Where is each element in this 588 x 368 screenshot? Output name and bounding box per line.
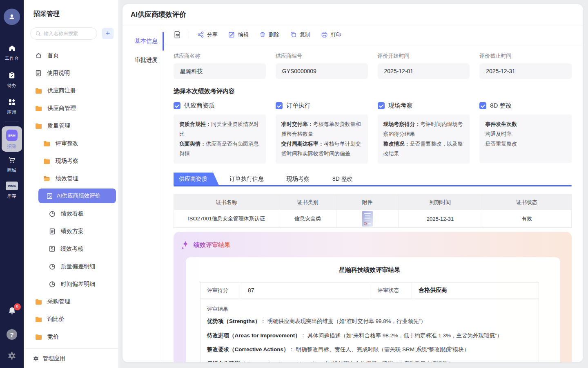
review-line-cooperation: 后续合作建议（Cooperation Suggestions）： 如“维持现有合… <box>207 359 531 363</box>
add-button[interactable]: + <box>102 28 114 39</box>
checkbox-8d[interactable] <box>479 102 486 109</box>
tab-approval-progress[interactable]: 审批进度 <box>122 51 163 70</box>
edit-button[interactable]: 编辑 <box>228 31 249 38</box>
document-icon <box>49 228 56 235</box>
page-title: AI供应商绩效评价 <box>131 10 186 19</box>
review-section-title: 绩效评审结果 <box>194 241 230 249</box>
sidebar-item-instructions[interactable]: 使用说明 <box>24 64 118 82</box>
main-panel: AI供应商绩效评价 基本信息 审批进度 分享 编辑 <box>122 4 583 362</box>
sidebar-item-supplier-register[interactable]: 供应商注册 <box>24 82 118 99</box>
sidebar-item-purchase-manage[interactable]: 采购管理 <box>24 293 118 310</box>
folder-icon <box>35 88 42 94</box>
gear-small-icon <box>33 355 39 362</box>
rail-item-todo[interactable]: 待办 <box>0 71 24 89</box>
assess-card-order: 订单执行 准时交付率：考核每单发货数量和质检合格数量 交付周期达标率：考核每单计… <box>276 102 368 164</box>
copy-icon <box>290 31 297 38</box>
sidebar-item-supplier-manage[interactable]: 供应商管理 <box>24 99 118 117</box>
srm-badge-icon: SRM <box>6 130 18 141</box>
tab-site-visit[interactable]: 现场考察 <box>277 173 322 185</box>
sidebar-item-review-rectify[interactable]: 评审整改 <box>24 135 118 152</box>
cert-category: 信息安全类 <box>279 210 336 228</box>
share-icon <box>197 31 204 38</box>
share-button[interactable]: 分享 <box>197 31 218 38</box>
tab-basic-info[interactable]: 基本信息 <box>122 32 163 51</box>
tab-8d-rectify[interactable]: 8D 整改 <box>323 173 365 185</box>
review-line-improvement: 待改进项（Areas for Improvement）： 具体问题描述（如“来料… <box>207 330 531 341</box>
document-icon <box>35 70 42 76</box>
assess-card-qualification: 供应商资质 资质合规性：同类企业资质情况对比 负面舆情：供应商是否有负面消息舆情 <box>174 102 266 164</box>
rail-divider <box>5 121 19 121</box>
rail-item-inventory[interactable]: WMS 库存 <box>0 182 24 199</box>
score-label: 评审得分 <box>200 283 241 298</box>
sidebar-item-rfq[interactable]: 询比价 <box>24 310 118 328</box>
sidebar-item-site-visit[interactable]: 现场考察 <box>24 152 118 170</box>
sidebar-item-performance-board[interactable]: 绩效看板 <box>24 205 118 222</box>
search-input[interactable]: 输入名称来搜索 <box>30 27 97 40</box>
supplier-name-input[interactable]: 星瀚科技 <box>174 63 266 79</box>
folder-icon <box>35 299 42 305</box>
tab-supplier-qualification[interactable]: 供应商资质 <box>174 173 219 185</box>
app-rail: 工作台 待办 应用 SRM 招采 商城 WMS 库存 9 <box>0 0 24 368</box>
delete-button[interactable]: 删除 <box>259 31 279 38</box>
review-card: 星瀚科技绩效评审结果 评审得分 87 评审状态 合格供应商 评审结果 优势项（S… <box>186 257 560 362</box>
folder-icon <box>35 316 42 322</box>
assess-card-8d: 8D 整改 事件发生次数 沟通及时率 是否重复整改 <box>479 102 572 164</box>
assess-card-site-visit: 现场考察 现场考察得分：考评时间内现场考察的得分结果 整改情况：是否需要整改，以… <box>378 102 470 164</box>
rail-item-help[interactable]: ? <box>0 329 24 340</box>
avatar[interactable] <box>4 9 20 25</box>
result-label: 评审结果 <box>207 305 531 313</box>
table-row: ISO27001信息安全管理体系认证 信息安全类 2025-12-31 有效 <box>174 210 572 228</box>
cart-icon <box>8 156 16 164</box>
printer-icon <box>321 31 328 38</box>
sidebar-item-time-deviation[interactable]: 时间偏差明细 <box>24 275 118 293</box>
checkbox-site-visit[interactable] <box>378 102 385 109</box>
eval-end-input[interactable]: 2025-12-31 <box>479 63 572 79</box>
rail-item-notifications[interactable]: 9 <box>0 306 24 316</box>
copy-button[interactable]: 复制 <box>290 31 310 38</box>
certificate-thumbnail[interactable] <box>362 211 373 227</box>
supplier-code-input[interactable]: GYS0000009 <box>276 63 368 79</box>
toolbar-divider <box>189 31 189 39</box>
sidebar-item-performance-assess[interactable]: 绩效考核 <box>24 240 118 258</box>
folder-open-icon <box>43 176 50 182</box>
tab-underline <box>174 185 572 186</box>
module-sidebar: 招采管理 输入名称来搜索 + 首页 使用说明 供应商注册 供应商管理 质 <box>24 0 118 368</box>
home-icon <box>8 44 16 52</box>
search-icon <box>35 31 41 37</box>
status-label: 评审状态 <box>371 283 412 298</box>
detail-side-tabs: 基本信息 审批进度 <box>122 25 163 362</box>
cert-attachment <box>336 210 399 228</box>
rail-item-settings[interactable] <box>0 351 24 361</box>
tab-order-execution[interactable]: 订单执行信息 <box>220 173 276 185</box>
print-button[interactable]: 打印 <box>321 31 341 38</box>
table-header-row: 证书名称 证书类别 附件 到期时间 证书状态 <box>174 195 572 210</box>
preview-document-icon[interactable] <box>174 31 181 38</box>
cert-expiry: 2025-12-31 <box>399 210 482 228</box>
folder-icon <box>35 334 42 340</box>
search-placeholder: 输入名称来搜索 <box>44 30 78 37</box>
eval-start-input[interactable]: 2025-12-01 <box>378 63 470 79</box>
manage-apps-button[interactable]: 管理应用 <box>24 348 118 368</box>
sidebar-item-quality-deviation[interactable]: 质量偏差明细 <box>24 258 118 275</box>
sidebar-item-bidding[interactable]: 竞价 <box>24 328 118 346</box>
sidebar-item-ai-supplier-evaluation[interactable]: AI供应商绩效评价 <box>38 188 116 203</box>
sidebar-item-quality-manage[interactable]: 质量管理 <box>24 117 118 135</box>
sidebar-item-home[interactable]: 首页 <box>24 47 118 64</box>
rail-item-apps[interactable]: 应用 <box>0 98 24 115</box>
status-value: 合格供应商 <box>412 283 539 298</box>
review-line-corrective: 整改要求（Corrective Actions）： 明确整改目标、责任人、完成时… <box>207 344 531 355</box>
sidebar-item-performance-manage[interactable]: 绩效管理 <box>24 170 118 187</box>
folder-icon <box>35 105 42 111</box>
checkbox-order[interactable] <box>276 102 283 109</box>
rail-item-mall[interactable]: 商城 <box>0 156 24 173</box>
rail-item-srm-active[interactable]: SRM 招采 <box>2 126 22 152</box>
toolbar: 分享 编辑 删除 复制 打印 <box>163 25 583 44</box>
review-result-cell: 评审结果 优势项（Strengths）： 明确供应商表现突出的维度（如“准时交付… <box>200 298 539 363</box>
checkbox-qualification[interactable] <box>174 102 180 109</box>
rail-item-workbench[interactable]: 工作台 <box>0 44 24 61</box>
field-supplier-name: 供应商名称 星瀚科技 <box>174 52 266 79</box>
sidebar-item-performance-plan[interactable]: 绩效方案 <box>24 222 118 240</box>
help-icon: ? <box>7 329 17 340</box>
report-icon <box>49 246 55 252</box>
field-supplier-code: 供应商编号 GYS0000009 <box>276 52 368 79</box>
